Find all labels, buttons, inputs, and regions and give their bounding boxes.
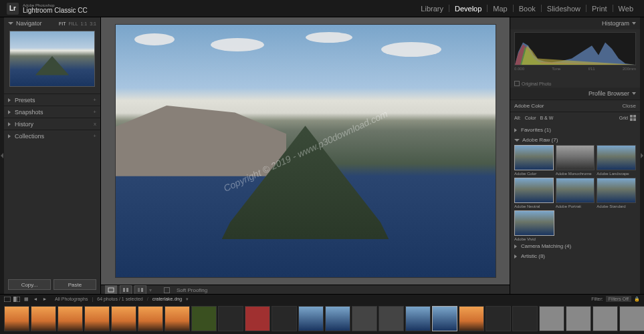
- svg-rect-7: [17, 297, 20, 302]
- module-develop[interactable]: Develop: [451, 3, 486, 14]
- soft-proofing-label: Soft Proofing: [177, 287, 207, 293]
- filmstrip-thumb[interactable]: [459, 306, 484, 331]
- filmstrip-thumb[interactable]: [298, 306, 324, 331]
- profile-adobe-standard[interactable]: Adobe Standard: [597, 178, 636, 208]
- filter-lock-icon[interactable]: 🔒: [634, 297, 640, 302]
- filter-bw[interactable]: B & W: [540, 116, 553, 120]
- navigator-zoom-levels: FIT FILL 1:1 3:1: [59, 21, 96, 26]
- svg-rect-6: [13, 297, 16, 302]
- module-book[interactable]: Book: [515, 3, 540, 14]
- profile-adobe-vivid[interactable]: Adobe Vivid: [514, 210, 554, 241]
- copy-button[interactable]: Copy...: [8, 279, 51, 290]
- filmstrip-thumb[interactable]: [111, 306, 136, 331]
- zoom-fit[interactable]: FIT: [59, 21, 66, 26]
- filmstrip-thumb[interactable]: [566, 306, 591, 331]
- filmstrip-thumb[interactable]: [4, 306, 29, 331]
- soft-proofing-checkbox[interactable]: [164, 287, 170, 293]
- paste-button[interactable]: Paste: [53, 279, 96, 290]
- filmstrip-thumb-selected[interactable]: [432, 306, 457, 331]
- filmstrip-thumb[interactable]: [405, 306, 431, 331]
- navigator-preview[interactable]: [9, 31, 95, 87]
- center-area: Copyright © 2019 - www.p30download.com ▾…: [101, 17, 510, 294]
- adobe-raw-section[interactable]: Adobe Raw (7): [514, 135, 636, 145]
- grid-icon[interactable]: ▦: [23, 296, 29, 303]
- filmstrip-thumb[interactable]: [31, 306, 56, 331]
- filmstrip-thumb[interactable]: [191, 306, 217, 331]
- histogram-header[interactable]: Histogram: [510, 17, 640, 29]
- filmstrip-thumb[interactable]: [58, 306, 83, 331]
- filmstrip-filename: craterlake.dng: [152, 297, 182, 301]
- zoom-3-1[interactable]: 3:1: [90, 21, 96, 26]
- filters-off-button[interactable]: Filters Off: [606, 296, 631, 302]
- main-window-icon[interactable]: [4, 296, 11, 303]
- panel-history[interactable]: Historyx: [4, 118, 100, 130]
- hist-tone: Tone: [552, 67, 560, 71]
- module-slideshow[interactable]: Slideshow: [543, 3, 584, 14]
- grid-label: Grid: [619, 116, 628, 120]
- center-toolbar: ▾ Soft Proofing: [101, 285, 510, 295]
- filter-all[interactable]: All:: [514, 116, 521, 120]
- forward-icon[interactable]: ►: [41, 296, 48, 303]
- filmstrip-thumb[interactable]: [539, 306, 564, 331]
- hist-focal: 200mm: [623, 67, 636, 71]
- filmstrip-thumb[interactable]: [352, 306, 377, 331]
- histogram-graph[interactable]: [514, 32, 636, 65]
- filmstrip[interactable]: [0, 303, 644, 334]
- filmstrip-thumb[interactable]: [138, 306, 163, 331]
- filmstrip-thumb[interactable]: [379, 306, 404, 331]
- reference-view-button[interactable]: [134, 285, 146, 295]
- profile-adobe-landscape[interactable]: Adobe Landscape: [597, 145, 636, 176]
- filmstrip-thumb[interactable]: [84, 306, 110, 331]
- profile-browser-header[interactable]: Profile Browser: [510, 88, 640, 100]
- filter-color[interactable]: Color: [525, 116, 536, 120]
- right-panel-toggle[interactable]: [640, 17, 644, 294]
- filmstrip-thumb[interactable]: [486, 306, 511, 331]
- filmstrip-thumb[interactable]: [245, 306, 270, 331]
- filmstrip-thumb[interactable]: [272, 306, 297, 331]
- filmstrip-thumb[interactable]: [218, 306, 243, 331]
- navigator-header[interactable]: Navigator FIT FILL 1:1 3:1: [8, 20, 96, 27]
- filter-label: Filter:: [591, 297, 603, 301]
- panel-presets[interactable]: Presets+: [4, 94, 100, 106]
- second-window-icon[interactable]: [13, 296, 20, 303]
- main-photo: Copyright © 2019 - www.p30download.com: [115, 24, 496, 278]
- filmstrip-thumb[interactable]: [325, 306, 350, 331]
- panel-collections[interactable]: Collections+: [4, 130, 100, 142]
- grid-view-icon[interactable]: [630, 115, 636, 121]
- zoom-1-1[interactable]: 1:1: [81, 21, 88, 26]
- profile-adobe-portrait[interactable]: Adobe Portrait: [556, 178, 595, 208]
- profile-current: Adobe Color: [514, 103, 544, 109]
- module-web[interactable]: Web: [615, 3, 637, 14]
- module-picker: Library Develop Map Book Slideshow Print…: [417, 3, 637, 14]
- image-viewport[interactable]: Copyright © 2019 - www.p30download.com: [101, 17, 510, 285]
- module-map[interactable]: Map: [489, 3, 511, 14]
- module-library[interactable]: Library: [417, 3, 447, 14]
- filmstrip-thumb[interactable]: [593, 306, 618, 331]
- favorites-section[interactable]: Favorites (1): [514, 125, 636, 135]
- filmstrip-thumb[interactable]: [619, 306, 644, 331]
- back-icon[interactable]: ◄: [32, 296, 39, 303]
- module-print[interactable]: Print: [588, 3, 611, 14]
- loupe-view-button[interactable]: [105, 285, 117, 295]
- hist-iso: 0.000: [514, 67, 524, 71]
- svg-rect-1: [123, 288, 125, 292]
- filmstrip-source[interactable]: All Photographs: [55, 297, 88, 301]
- logo-badge: Lr: [7, 3, 19, 15]
- left-panel: Navigator FIT FILL 1:1 3:1 Presets+ Snap…: [4, 17, 101, 294]
- profile-close-button[interactable]: Close: [623, 103, 636, 109]
- filmstrip-thumb[interactable]: [165, 306, 190, 331]
- before-after-button[interactable]: [120, 285, 132, 295]
- profile-adobe-monochrome[interactable]: Adobe Monochrome: [556, 145, 595, 176]
- filmstrip-thumb[interactable]: [512, 306, 538, 331]
- profile-adobe-neutral[interactable]: Adobe Neutral: [514, 178, 554, 208]
- artistic-section[interactable]: Artistic (8): [514, 251, 636, 261]
- svg-rect-0: [108, 288, 114, 292]
- profile-adobe-color[interactable]: Adobe Color: [514, 145, 554, 176]
- original-photo-toggle[interactable]: Original Photo: [510, 79, 640, 88]
- top-bar: Lr Adobe Photoshop Lightroom Classic CC …: [0, 0, 644, 17]
- panel-snapshots[interactable]: Snapshots+: [4, 106, 100, 118]
- svg-rect-3: [138, 288, 140, 292]
- zoom-fill[interactable]: FILL: [69, 21, 78, 26]
- camera-matching-section[interactable]: Camera Matching (4): [514, 241, 636, 251]
- hist-aperture: f/11: [588, 67, 595, 71]
